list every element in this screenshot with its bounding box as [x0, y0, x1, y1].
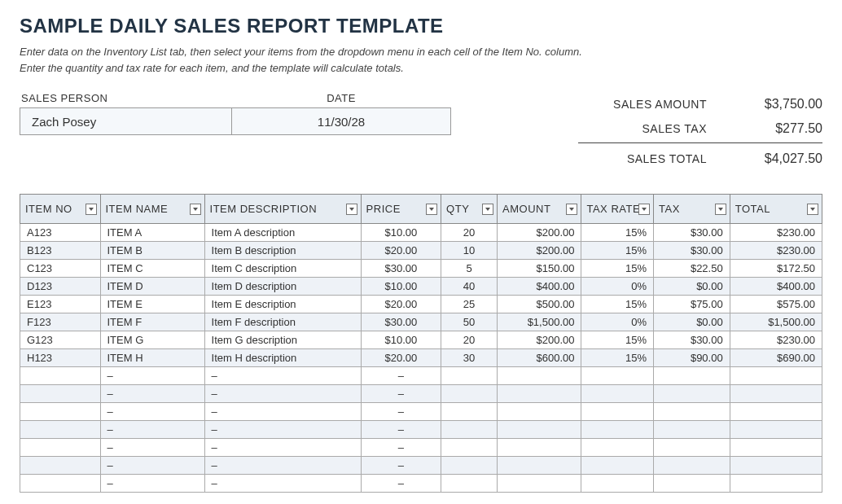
cell-item-desc[interactable]: –	[204, 475, 361, 493]
cell-price[interactable]: $30.00	[361, 313, 441, 331]
cell-price[interactable]: –	[361, 421, 441, 439]
cell-item-no[interactable]	[20, 439, 101, 457]
cell-item-no[interactable]: C123	[20, 260, 101, 278]
col-item-desc[interactable]: ITEM DESCRIPTION	[204, 195, 361, 224]
cell-price[interactable]: $30.00	[361, 260, 441, 278]
cell-price[interactable]: $20.00	[361, 296, 441, 313]
cell-price[interactable]: –	[361, 457, 441, 475]
cell-tax-rate[interactable]	[581, 403, 654, 421]
cell-item-desc[interactable]: Item A description	[204, 224, 361, 242]
cell-item-desc[interactable]: –	[204, 403, 361, 421]
cell-price[interactable]: –	[361, 475, 441, 493]
cell-item-desc[interactable]: –	[204, 457, 361, 475]
filter-icon[interactable]	[426, 204, 437, 215]
cell-tax-rate[interactable]: 15%	[581, 296, 654, 313]
cell-qty[interactable]	[441, 385, 498, 403]
cell-item-desc[interactable]: Item E description	[204, 296, 361, 313]
filter-icon[interactable]	[346, 204, 357, 215]
filter-icon[interactable]	[190, 204, 201, 215]
filter-icon[interactable]	[566, 204, 577, 215]
cell-tax-rate[interactable]	[581, 439, 654, 457]
cell-item-desc[interactable]: Item C description	[204, 260, 361, 278]
cell-item-no[interactable]: B123	[20, 242, 101, 260]
cell-price[interactable]: –	[361, 403, 441, 421]
cell-qty[interactable]: 20	[441, 224, 498, 242]
cell-item-desc[interactable]: –	[204, 385, 361, 403]
cell-item-desc[interactable]: Item F description	[204, 313, 361, 331]
col-total[interactable]: TOTAL	[730, 195, 822, 224]
cell-price[interactable]: –	[361, 367, 441, 385]
cell-item-name[interactable]: –	[100, 457, 204, 475]
cell-tax-rate[interactable]: 15%	[581, 349, 654, 367]
cell-qty[interactable]: 30	[441, 349, 498, 367]
cell-qty[interactable]	[441, 475, 498, 493]
cell-item-name[interactable]: ITEM E	[100, 296, 204, 313]
col-item-name[interactable]: ITEM NAME	[100, 195, 204, 224]
cell-tax-rate[interactable]	[581, 475, 654, 493]
cell-item-desc[interactable]: Item B description	[204, 242, 361, 260]
filter-icon[interactable]	[807, 204, 818, 215]
filter-icon[interactable]	[86, 204, 97, 215]
cell-qty[interactable]: 25	[441, 296, 498, 313]
cell-qty[interactable]: 20	[441, 331, 498, 349]
cell-tax-rate[interactable]: 15%	[581, 260, 654, 278]
col-tax-rate[interactable]: TAX RATE	[581, 195, 654, 224]
cell-item-name[interactable]: –	[100, 421, 204, 439]
col-amount[interactable]: AMOUNT	[498, 195, 581, 224]
col-tax[interactable]: TAX	[654, 195, 730, 224]
cell-item-desc[interactable]: –	[204, 421, 361, 439]
cell-qty[interactable]	[441, 367, 498, 385]
cell-item-no[interactable]	[20, 385, 101, 403]
date-cell[interactable]: 11/30/28	[232, 115, 450, 129]
cell-price[interactable]: $20.00	[361, 349, 441, 367]
cell-price[interactable]: –	[361, 385, 441, 403]
cell-item-name[interactable]: –	[100, 439, 204, 457]
cell-qty[interactable]	[441, 403, 498, 421]
cell-qty[interactable]: 50	[441, 313, 498, 331]
cell-item-desc[interactable]: Item G description	[204, 331, 361, 349]
cell-item-no[interactable]: H123	[20, 349, 101, 367]
cell-qty[interactable]: 5	[441, 260, 498, 278]
cell-tax-rate[interactable]: 15%	[581, 242, 654, 260]
cell-item-name[interactable]: ITEM H	[100, 349, 204, 367]
sales-person-cell[interactable]: Zach Posey	[20, 108, 232, 134]
cell-item-no[interactable]: D123	[20, 278, 101, 296]
cell-item-no[interactable]	[20, 421, 101, 439]
cell-item-name[interactable]: ITEM G	[100, 331, 204, 349]
cell-item-desc[interactable]: Item D description	[204, 278, 361, 296]
cell-item-no[interactable]: F123	[20, 313, 101, 331]
cell-item-no[interactable]: G123	[20, 331, 101, 349]
cell-qty[interactable]: 10	[441, 242, 498, 260]
cell-qty[interactable]	[441, 439, 498, 457]
cell-price[interactable]: $20.00	[361, 242, 441, 260]
cell-item-name[interactable]: ITEM A	[100, 224, 204, 242]
filter-icon[interactable]	[482, 204, 493, 215]
cell-item-name[interactable]: –	[100, 385, 204, 403]
cell-tax-rate[interactable]: 0%	[581, 278, 654, 296]
col-item-no[interactable]: ITEM NO	[20, 195, 101, 224]
col-qty[interactable]: QTY	[441, 195, 498, 224]
cell-item-desc[interactable]: Item H description	[204, 349, 361, 367]
cell-qty[interactable]	[441, 457, 498, 475]
cell-item-no[interactable]	[20, 475, 101, 493]
cell-item-no[interactable]	[20, 367, 101, 385]
cell-item-desc[interactable]: –	[204, 439, 361, 457]
cell-item-name[interactable]: ITEM B	[100, 242, 204, 260]
col-price[interactable]: PRICE	[361, 195, 441, 224]
cell-price[interactable]: $10.00	[361, 278, 441, 296]
cell-tax-rate[interactable]	[581, 367, 654, 385]
cell-tax-rate[interactable]: 15%	[581, 224, 654, 242]
cell-price[interactable]: $10.00	[361, 224, 441, 242]
cell-tax-rate[interactable]	[581, 457, 654, 475]
cell-item-name[interactable]: –	[100, 475, 204, 493]
cell-item-no[interactable]: A123	[20, 224, 101, 242]
cell-price[interactable]: –	[361, 439, 441, 457]
filter-icon[interactable]	[715, 204, 726, 215]
filter-icon[interactable]	[638, 204, 650, 215]
cell-tax-rate[interactable]: 15%	[581, 331, 654, 349]
cell-price[interactable]: $10.00	[361, 331, 441, 349]
cell-item-name[interactable]: ITEM D	[100, 278, 204, 296]
cell-item-no[interactable]	[20, 457, 101, 475]
cell-item-name[interactable]: –	[100, 403, 204, 421]
cell-item-name[interactable]: –	[100, 367, 204, 385]
